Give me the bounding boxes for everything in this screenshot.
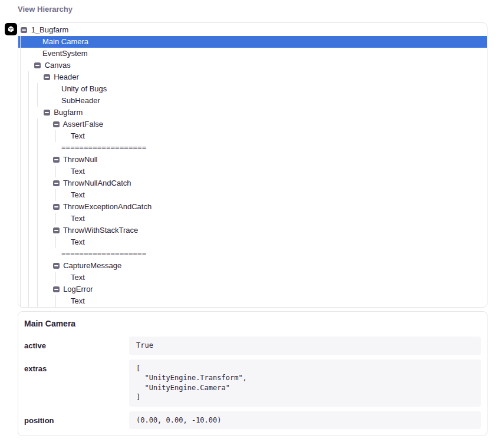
tree-node-label: Text bbox=[71, 238, 85, 246]
tree-node[interactable]: Text bbox=[18, 295, 487, 307]
indent-guide-line bbox=[28, 71, 29, 307]
view-hierarchy-page: View Hierarchy 1_Bugfarm Main Camera Eve… bbox=[0, 0, 504, 442]
tree-node[interactable]: Text bbox=[18, 166, 487, 177]
tree-node[interactable]: Text bbox=[18, 272, 487, 283]
tree-node-label: ThrowWithStackTrace bbox=[63, 226, 138, 235]
tree-node[interactable]: CaptureMessage bbox=[18, 260, 487, 272]
tree-node[interactable]: SubHeader bbox=[18, 95, 487, 107]
field-label: extras bbox=[24, 359, 129, 373]
collapse-toggle-icon[interactable] bbox=[53, 227, 60, 233]
tree-node[interactable]: =================== bbox=[18, 142, 487, 154]
tree-rows-container: 1_Bugfarm Main Camera EventSystem Canvas… bbox=[18, 23, 487, 307]
collapse-toggle-icon[interactable] bbox=[44, 110, 50, 116]
tree-node-label: Text bbox=[71, 296, 85, 305]
indent-guide-line bbox=[55, 166, 56, 177]
tree-node-label: ThrowExceptionAndCatch bbox=[63, 202, 151, 211]
tree-node-label: Canvas bbox=[45, 61, 71, 70]
tree-node[interactable]: 1_Bugfarm bbox=[18, 24, 487, 36]
collapse-toggle-icon[interactable] bbox=[53, 121, 60, 127]
tree-node-label: AssertFalse bbox=[62, 120, 103, 128]
field-label: position bbox=[24, 411, 129, 425]
indent-guide-line bbox=[37, 118, 38, 307]
indent-guide-line bbox=[55, 236, 56, 248]
selected-node-title: Main Camera bbox=[24, 319, 481, 328]
tree-node-label: ThrowNull bbox=[63, 155, 98, 164]
collapse-toggle-icon[interactable] bbox=[53, 204, 60, 210]
detail-field-row: position (0.00, 0.00, -10.00) bbox=[24, 411, 481, 430]
tree-node-label: ThrowNullAndCatch bbox=[63, 179, 131, 187]
tree-node-label: CaptureMessage bbox=[63, 261, 121, 270]
tree-node-label: Text bbox=[71, 190, 85, 199]
tree-node[interactable]: ThrowNullAndCatch bbox=[18, 177, 487, 189]
tree-node[interactable]: Main Camera bbox=[18, 36, 487, 48]
tree-node[interactable]: ThrowWithStackTrace bbox=[18, 225, 487, 236]
tree-node[interactable]: Header bbox=[18, 71, 487, 83]
field-value: (0.00, 0.00, -10.00) bbox=[129, 411, 481, 430]
collapse-toggle-icon[interactable] bbox=[44, 74, 50, 80]
tree-node-label: Text bbox=[71, 273, 85, 282]
indent-guide-line bbox=[55, 130, 56, 142]
tree-node[interactable]: EventSystem bbox=[18, 48, 487, 60]
tree-node-label: LogError bbox=[63, 285, 93, 293]
tree-node[interactable]: ThrowExceptionAndCatch bbox=[18, 201, 487, 213]
tree-node-label: =================== bbox=[61, 143, 146, 152]
detail-field-row: extras [ "UnityEngine.Transform", "Unity… bbox=[24, 359, 481, 407]
field-label: active bbox=[24, 337, 129, 350]
node-fields: active True extras [ "UnityEngine.Transf… bbox=[24, 337, 481, 429]
collapse-toggle-icon[interactable] bbox=[53, 286, 60, 292]
tree-node-label: =================== bbox=[61, 249, 146, 258]
detail-field-row: active True bbox=[24, 337, 481, 355]
tree-node[interactable]: Text bbox=[18, 130, 487, 142]
tree-node[interactable]: Bugfarm bbox=[18, 107, 487, 118]
indent-guide-line bbox=[37, 83, 38, 107]
indent-guide-line bbox=[55, 295, 56, 307]
tree-node-label: EventSystem bbox=[42, 49, 88, 58]
tree-node-label: Main Camera bbox=[42, 37, 88, 46]
tree-node-label: Text bbox=[71, 167, 85, 176]
collapse-toggle-icon[interactable] bbox=[53, 157, 60, 163]
unity-platform-icon bbox=[5, 23, 17, 35]
field-value: [ "UnityEngine.Transform", "UnityEngine.… bbox=[129, 359, 481, 407]
indent-guide-line bbox=[55, 213, 56, 225]
indent-guide-line bbox=[20, 36, 21, 307]
collapse-toggle-icon[interactable] bbox=[21, 27, 27, 33]
indent-guide-line bbox=[55, 272, 56, 283]
section-title: View Hierarchy bbox=[18, 5, 73, 14]
collapse-toggle-icon[interactable] bbox=[34, 62, 41, 68]
unity-cube-glyph bbox=[6, 25, 15, 34]
tree-node[interactable]: =================== bbox=[18, 248, 487, 260]
collapse-toggle-icon[interactable] bbox=[53, 263, 60, 269]
tree-node[interactable]: LogError bbox=[18, 283, 487, 295]
tree-node-label: Header bbox=[54, 72, 79, 81]
tree-node[interactable]: Text bbox=[18, 236, 487, 248]
tree-node[interactable]: Text bbox=[18, 189, 487, 201]
tree-node-label: Text bbox=[71, 214, 85, 223]
tree-node-label: Unity of Bugs bbox=[61, 84, 107, 93]
collapse-toggle-icon[interactable] bbox=[53, 180, 60, 186]
tree-node[interactable]: Unity of Bugs bbox=[18, 83, 487, 95]
indent-guide-line bbox=[55, 189, 56, 201]
tree-node-label: 1_Bugfarm bbox=[31, 25, 69, 34]
hierarchy-tree-panel[interactable]: 1_Bugfarm Main Camera EventSystem Canvas… bbox=[18, 22, 487, 308]
tree-node[interactable]: Canvas bbox=[18, 60, 487, 71]
node-details-panel: Main Camera active True extras [ "UnityE… bbox=[18, 311, 487, 436]
tree-node-label: Bugfarm bbox=[54, 108, 83, 117]
tree-node-label: Text bbox=[71, 131, 85, 140]
tree-node[interactable]: Text bbox=[18, 213, 487, 225]
tree-node[interactable]: AssertFalse bbox=[18, 118, 487, 130]
tree-node[interactable]: ThrowNull bbox=[18, 154, 487, 166]
tree-node-label: SubHeader bbox=[61, 96, 100, 105]
field-value: True bbox=[129, 337, 481, 355]
